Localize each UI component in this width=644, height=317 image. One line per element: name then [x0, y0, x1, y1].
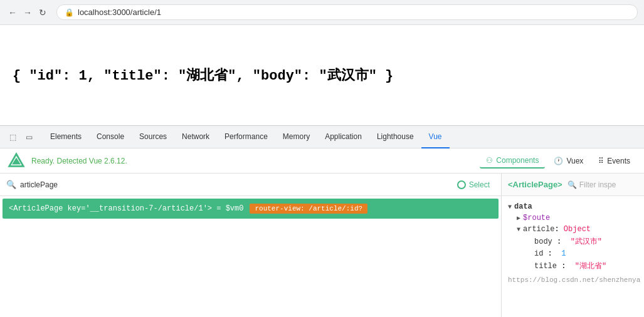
- data-children: ▶ $route ▼ article : Object body : "武汉市: [508, 212, 640, 273]
- tab-application[interactable]: Application: [317, 126, 369, 148]
- id-value: 1: [561, 249, 566, 258]
- data-arrow[interactable]: ▼: [508, 204, 512, 210]
- detail-component-name: <ArticlePage>: [508, 180, 562, 189]
- browser-bar: ← → ↻ 🔒 localhost:3000/article/1: [0, 0, 644, 25]
- tab-sources[interactable]: Sources: [132, 126, 174, 148]
- select-circle-icon: [457, 180, 466, 189]
- component-tree-panel: 🔍 Select <ArticlePage key='__transition-…: [0, 174, 502, 317]
- data-label: data: [514, 202, 532, 211]
- tab-console[interactable]: Console: [89, 126, 132, 148]
- route-label: $route: [523, 214, 550, 222]
- tab-memory[interactable]: Memory: [275, 126, 317, 148]
- search-input[interactable]: [20, 180, 452, 189]
- body-item: body : "武汉市": [534, 235, 640, 248]
- back-button[interactable]: ←: [6, 6, 19, 19]
- components-icon: ⚇: [486, 156, 493, 165]
- component-row[interactable]: <ArticlePage key='__transition-7-/articl…: [3, 199, 499, 219]
- router-badge: router-view: /article/:id?: [250, 204, 367, 214]
- filter-placeholder: Filter inspe: [579, 180, 616, 189]
- url-text: localhost:3000/article/1: [78, 8, 161, 17]
- components-label: Components: [496, 156, 539, 165]
- article-arrow[interactable]: ▼: [517, 226, 520, 233]
- select-button[interactable]: Select: [452, 178, 495, 192]
- detail-header: <ArticlePage> 🔍 Filter inspe: [502, 174, 644, 196]
- route-section: ▶ $route: [517, 212, 640, 224]
- title-item: title : "湖北省": [534, 259, 640, 273]
- vue-detected: Detected Vue 2.6.12.: [56, 157, 127, 165]
- reload-button[interactable]: ↻: [36, 6, 49, 19]
- json-display: { "id": 1, "title": "湖北省", "body": "武汉市"…: [13, 66, 393, 85]
- id-item: id : 1: [534, 248, 640, 259]
- tab-lighthouse[interactable]: Lighthouse: [369, 126, 421, 148]
- lock-icon: 🔒: [65, 8, 74, 17]
- devtools-icons: ⬚ ▭: [5, 130, 38, 145]
- devtools-panel: ⬚ ▭ Elements Console Sources Network Per…: [0, 125, 644, 317]
- tab-elements[interactable]: Elements: [43, 126, 89, 148]
- device-icon[interactable]: ▭: [21, 130, 36, 145]
- data-tree: ▼ data ▶ $route ▼ article : Object: [502, 196, 644, 289]
- footer-url: https://blog.csdn.net/shenzhenya: [508, 276, 640, 284]
- title-value: "湖北省": [575, 262, 606, 271]
- forward-button[interactable]: →: [21, 6, 34, 19]
- events-label: Events: [607, 157, 630, 165]
- search-bar: 🔍 Select: [0, 174, 501, 196]
- object-label: Object: [564, 225, 591, 234]
- vue-toolbar-actions: ⚇ Components 🕐 Vuex ⠿ Events: [480, 153, 636, 169]
- tab-network[interactable]: Network: [174, 126, 217, 148]
- filter-icon: 🔍: [567, 180, 577, 189]
- vuex-button[interactable]: 🕐 Vuex: [547, 154, 589, 168]
- vue-logo: [8, 152, 25, 170]
- article-props: body : "武汉市" id : 1 title : "湖北省": [517, 235, 640, 273]
- search-icon: 🔍: [6, 180, 16, 189]
- vue-status: Ready. Detected Vue 2.6.12.: [31, 157, 127, 165]
- component-tag-text: <ArticlePage key='__transition-7-/articl…: [9, 204, 243, 213]
- components-button[interactable]: ⚇ Components: [480, 153, 545, 169]
- select-label: Select: [469, 180, 490, 189]
- devtools-body: 🔍 Select <ArticlePage key='__transition-…: [0, 174, 644, 317]
- title-key: title: [534, 262, 557, 271]
- events-button[interactable]: ⠿ Events: [592, 154, 636, 168]
- data-section: ▼ data: [508, 201, 640, 212]
- devtools-tab-bar: ⬚ ▭ Elements Console Sources Network Per…: [0, 126, 644, 148]
- article-section: ▼ article : Object: [517, 224, 640, 235]
- inspect-icon[interactable]: ⬚: [5, 130, 20, 145]
- vuex-icon: 🕐: [554, 157, 563, 165]
- page-content: { "id": 1, "title": "湖北省", "body": "武汉市"…: [0, 25, 644, 125]
- route-arrow[interactable]: ▶: [517, 214, 520, 222]
- vue-toolbar: Ready. Detected Vue 2.6.12. ⚇ Components…: [0, 148, 644, 174]
- component-detail-panel: <ArticlePage> 🔍 Filter inspe ▼ data ▶ $r…: [502, 174, 644, 317]
- events-icon: ⠿: [598, 157, 604, 165]
- tab-performance[interactable]: Performance: [217, 126, 275, 148]
- id-key: id: [534, 249, 543, 258]
- tab-vue[interactable]: Vue: [421, 126, 450, 148]
- vuex-label: Vuex: [566, 157, 583, 165]
- body-value: "武汉市": [571, 237, 602, 246]
- vue-ready: Ready.: [31, 157, 55, 165]
- body-key: body: [534, 237, 552, 246]
- address-bar[interactable]: 🔒 localhost:3000/article/1: [56, 4, 638, 20]
- article-label: article: [523, 225, 554, 234]
